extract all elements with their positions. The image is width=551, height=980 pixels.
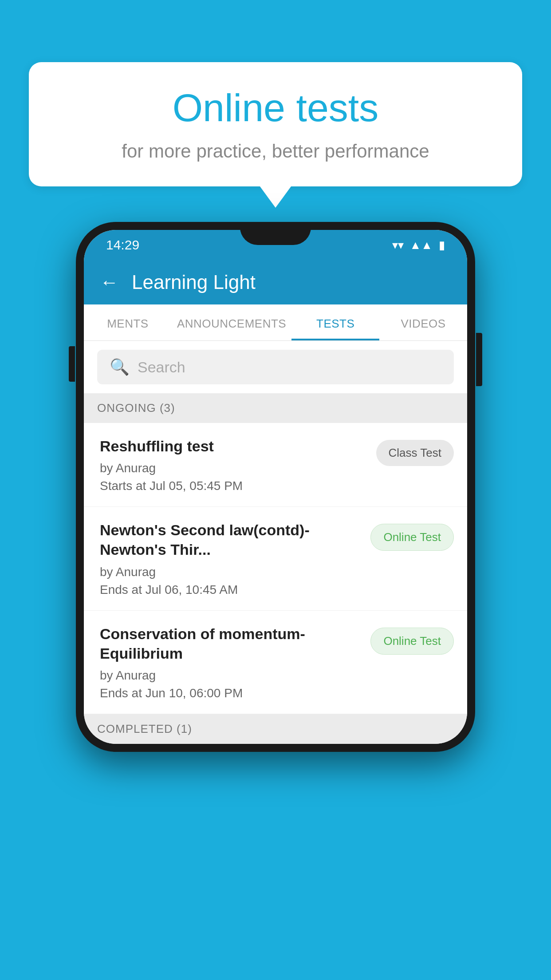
test-item-1[interactable]: Reshuffling test by Anurag Starts at Jul… bbox=[84, 423, 467, 507]
promo-card: Online tests for more practice, better p… bbox=[29, 62, 522, 186]
ongoing-label: ONGOING (3) bbox=[97, 401, 175, 415]
battery-icon: ▮ bbox=[439, 238, 445, 252]
test-time-2: Ends at Jul 06, 10:45 AM bbox=[100, 583, 362, 597]
test-time-3: Ends at Jun 10, 06:00 PM bbox=[100, 686, 362, 700]
tabs-bar: MENTS ANNOUNCEMENTS TESTS VIDEOS bbox=[84, 304, 467, 341]
test-item-3[interactable]: Conservation of momentum-Equilibrium by … bbox=[84, 611, 467, 714]
status-time: 14:29 bbox=[106, 237, 139, 253]
test-badge-1: Class Test bbox=[376, 440, 454, 466]
search-box[interactable]: 🔍 Search bbox=[97, 350, 454, 384]
test-info-1: Reshuffling test by Anurag Starts at Jul… bbox=[100, 436, 376, 493]
test-badge-3: Online Test bbox=[370, 628, 454, 655]
test-time-1: Starts at Jul 05, 05:45 PM bbox=[100, 479, 367, 493]
test-title-1: Reshuffling test bbox=[100, 436, 367, 456]
test-title-2: Newton's Second law(contd)-Newton's Thir… bbox=[100, 520, 362, 559]
phone-outer: 14:29 ▾▾ ▲▲ ▮ ← Learning Light MENTS ANN… bbox=[76, 222, 475, 752]
signal-icon: ▲▲ bbox=[410, 238, 433, 252]
ongoing-section-header: ONGOING (3) bbox=[84, 393, 467, 423]
bubble-title: Online tests bbox=[55, 87, 496, 130]
completed-section-header: COMPLETED (1) bbox=[84, 714, 467, 744]
test-title-3: Conservation of momentum-Equilibrium bbox=[100, 624, 362, 663]
back-button[interactable]: ← bbox=[100, 272, 118, 293]
tab-tests[interactable]: TESTS bbox=[291, 304, 379, 340]
search-icon: 🔍 bbox=[110, 358, 130, 376]
search-input[interactable]: Search bbox=[138, 359, 185, 376]
test-item-2[interactable]: Newton's Second law(contd)-Newton's Thir… bbox=[84, 507, 467, 610]
tab-videos[interactable]: VIDEOS bbox=[379, 304, 467, 340]
test-badge-2: Online Test bbox=[370, 524, 454, 551]
speech-bubble: Online tests for more practice, better p… bbox=[29, 62, 522, 186]
phone-notch bbox=[240, 222, 311, 245]
tab-announcements[interactable]: ANNOUNCEMENTS bbox=[172, 304, 291, 340]
app-header: ← Learning Light bbox=[84, 260, 467, 304]
test-info-2: Newton's Second law(contd)-Newton's Thir… bbox=[100, 520, 370, 597]
phone-mockup: 14:29 ▾▾ ▲▲ ▮ ← Learning Light MENTS ANN… bbox=[76, 222, 475, 752]
phone-screen: 14:29 ▾▾ ▲▲ ▮ ← Learning Light MENTS ANN… bbox=[84, 230, 467, 744]
test-author-3: by Anurag bbox=[100, 668, 362, 683]
test-author-2: by Anurag bbox=[100, 565, 362, 579]
search-container: 🔍 Search bbox=[84, 341, 467, 393]
app-title: Learning Light bbox=[132, 271, 256, 293]
test-author-1: by Anurag bbox=[100, 461, 367, 475]
status-icons: ▾▾ ▲▲ ▮ bbox=[392, 238, 445, 252]
test-info-3: Conservation of momentum-Equilibrium by … bbox=[100, 624, 370, 700]
wifi-icon: ▾▾ bbox=[392, 238, 404, 252]
tab-assignments[interactable]: MENTS bbox=[84, 304, 172, 340]
bubble-subtitle: for more practice, better performance bbox=[55, 141, 496, 162]
completed-label: COMPLETED (1) bbox=[97, 722, 192, 735]
